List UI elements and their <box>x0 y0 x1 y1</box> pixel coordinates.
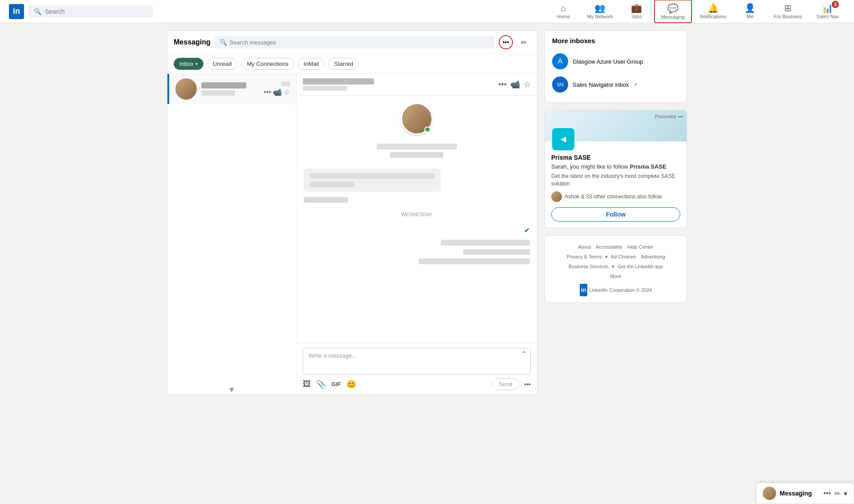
nav-items: ⌂ Home 👥 My Network 💼 Jobs 💬 Messaging 🔔… <box>548 0 845 23</box>
image-attachment-button[interactable]: 🖼 <box>303 379 311 389</box>
ad-description: Sarah, you might like to follow Prisma S… <box>551 163 680 171</box>
ad-banner: ◄ Promoted ••• <box>545 110 687 141</box>
chat-date-divider: WEDNESDAY <box>304 212 530 217</box>
footer-more: More <box>551 271 680 281</box>
nav-notifications[interactable]: 🔔 Notifications <box>694 0 733 23</box>
main-layout: Messaging 🔍 ••• ✏ Inbox ▾ Unread <box>160 30 694 395</box>
conv-star-icon[interactable]: ☆ <box>284 88 290 97</box>
search-icon: 🔍 <box>34 8 41 15</box>
ad-company-logo: ◄ <box>552 128 574 150</box>
nav-network[interactable]: 👥 My Network <box>581 0 619 23</box>
chat-contact-info <box>303 78 374 91</box>
more-options-button[interactable]: ••• <box>499 35 513 49</box>
message-read-receipt: ✔ <box>524 226 530 234</box>
tab-unread-label: Unread <box>213 60 232 67</box>
footer-ad-choices-link[interactable]: Ad Choices <box>611 254 636 259</box>
nav-home[interactable]: ⌂ Home <box>548 0 579 23</box>
azure-inbox-name: Glasgow Azure User Group <box>573 58 643 65</box>
external-link-icon: ↗ <box>633 82 637 88</box>
composer-expand-icon[interactable]: ⌃ <box>521 350 527 357</box>
chat-more-icon[interactable]: ••• <box>498 80 507 89</box>
blurred-sent-line-3 <box>419 258 530 264</box>
chat-header-actions: ••• 📹 ☆ <box>498 80 531 89</box>
nav-sales-nav[interactable]: 3 📊 Sales Nav <box>810 0 845 23</box>
conversation-preview <box>201 90 235 96</box>
bottom-widget-label: Messaging <box>780 490 820 497</box>
nav-messaging[interactable]: 💬 Messaging <box>654 0 692 23</box>
gif-button[interactable]: GIF <box>331 381 341 387</box>
footer-privacy-terms-link[interactable]: Privacy & Terms <box>566 254 602 259</box>
chat-contact-status <box>303 86 347 91</box>
message-search-box[interactable]: 🔍 <box>215 36 494 48</box>
tab-inmail[interactable]: InMail <box>298 58 325 70</box>
footer-copyright: LinkedIn Corporation © 2024 <box>589 285 652 295</box>
promoted-more-icon[interactable]: ••• <box>678 114 683 119</box>
conversation-list: ••• 📹 ☆ ▼ <box>167 74 297 395</box>
blurred-msg-line-2 <box>310 181 354 187</box>
conversation-item[interactable]: ••• 📹 ☆ <box>167 74 296 104</box>
composer-placeholder: Write a message... <box>309 352 357 359</box>
blurred-name-line <box>377 144 457 149</box>
footer-advertising-link[interactable]: Advertising <box>641 254 665 259</box>
linkedin-logo[interactable]: in <box>9 4 24 19</box>
compose-button[interactable]: ✏ <box>516 35 531 49</box>
sent-messages-section <box>304 240 530 264</box>
blurred-sent-line-1 <box>441 240 530 246</box>
footer-business-services-link[interactable]: Business Services <box>569 264 609 269</box>
messaging-tabs: Inbox ▾ Unread My Connections InMail Sta… <box>167 54 537 74</box>
chat-video-icon[interactable]: 📹 <box>510 80 520 89</box>
messaging-header: Messaging 🔍 ••• ✏ <box>167 31 537 54</box>
search-input[interactable] <box>45 8 148 15</box>
ad-promoted-badge: Promoted ••• <box>655 114 683 119</box>
nav-notifications-label: Notifications <box>700 14 727 19</box>
nav-me[interactable]: 👤 Me <box>735 0 766 23</box>
nav-for-business[interactable]: ⊞ For Business <box>768 0 809 23</box>
contact-avatar-large <box>401 103 433 135</box>
nav-jobs[interactable]: 💼 Jobs <box>621 0 652 23</box>
chat-composer: Write a message... ⌃ 🖼 📎 GIF 😊 Send ••• <box>297 343 537 395</box>
conv-more-icon[interactable]: ••• <box>264 88 271 97</box>
ad-desc-bold: Prisma SASE <box>630 163 666 170</box>
emoji-button[interactable]: 😊 <box>346 379 356 389</box>
ad-sub-description: Get the latest on the industry's most co… <box>551 173 680 188</box>
scroll-down-indicator: ▼ <box>228 385 236 395</box>
nav-sales-nav-label: Sales Nav <box>817 14 839 19</box>
footer-get-app-link[interactable]: Get the LinkedIn app <box>618 264 663 269</box>
top-navigation: in 🔍 ⌂ Home 👥 My Network 💼 Jobs 💬 Messag… <box>0 0 854 23</box>
azure-inbox-icon: A <box>552 53 568 69</box>
follow-button[interactable]: Follow <box>551 207 680 222</box>
me-icon: 👤 <box>744 3 756 13</box>
more-inboxes-title: More inboxes <box>552 37 679 44</box>
tab-starred[interactable]: Starred <box>328 58 359 70</box>
chat-header: ••• 📹 ☆ <box>297 74 537 96</box>
inbox-item-sales-nav[interactable]: SN Sales Navigator inbox ↗ <box>552 73 679 96</box>
footer-accessibility-link[interactable]: Accessibility <box>596 244 622 250</box>
bottom-widget-collapse-icon[interactable]: ▾ <box>844 489 847 498</box>
message-input-area[interactable]: Write a message... ⌃ <box>303 348 531 375</box>
send-button[interactable]: Send <box>492 378 519 390</box>
footer-help-center-link[interactable]: Help Center <box>627 244 654 250</box>
bottom-messaging-widget[interactable]: Messaging ••• ✏ ▾ <box>756 483 854 504</box>
conv-video-icon[interactable]: 📹 <box>273 88 282 97</box>
footer-about-link[interactable]: About <box>578 244 591 250</box>
search-messages-input[interactable] <box>230 39 490 46</box>
tab-inbox[interactable]: Inbox ▾ <box>174 58 203 70</box>
composer-more-options[interactable]: ••• <box>524 381 531 388</box>
tab-unread[interactable]: Unread <box>207 58 238 70</box>
notifications-icon: 🔔 <box>708 3 719 13</box>
more-inboxes-card: More inboxes A Glasgow Azure User Group … <box>545 30 687 103</box>
footer-more-link[interactable]: More <box>610 274 621 279</box>
file-attachment-button[interactable]: 📎 <box>316 379 326 389</box>
bottom-widget-avatar <box>763 487 776 500</box>
chat-star-icon[interactable]: ☆ <box>524 80 531 89</box>
inbox-item-azure[interactable]: A Glasgow Azure User Group <box>552 50 679 73</box>
tab-my-connections[interactable]: My Connections <box>241 58 294 70</box>
messaging-panel: Messaging 🔍 ••• ✏ Inbox ▾ Unread <box>167 30 537 395</box>
messaging-icon: 💬 <box>667 3 679 14</box>
sales-nav-inbox-icon: SN <box>552 77 568 93</box>
bottom-widget-compose-icon[interactable]: ✏ <box>834 489 840 498</box>
search-bar[interactable]: 🔍 <box>28 5 153 18</box>
right-sidebar: More inboxes A Glasgow Azure User Group … <box>545 30 687 395</box>
header-actions: ••• ✏ <box>499 35 531 49</box>
bottom-widget-more-icon[interactable]: ••• <box>823 489 831 498</box>
